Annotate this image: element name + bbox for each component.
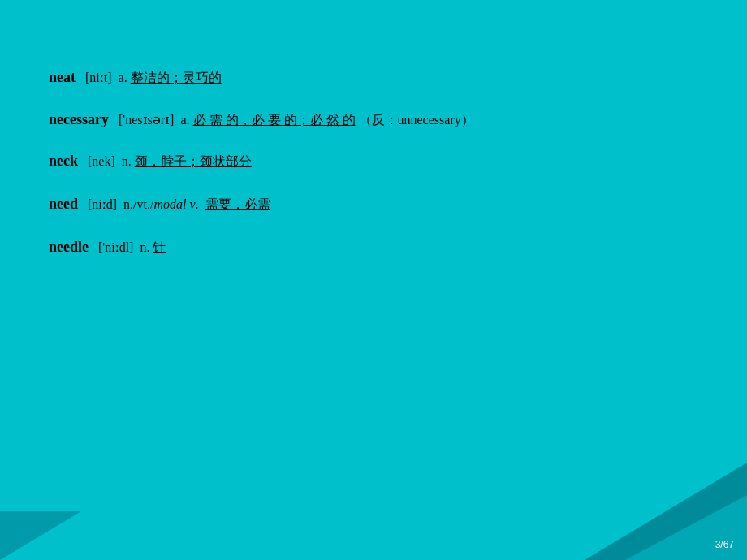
- pos-neck: n.: [122, 154, 132, 168]
- word-neat: neat: [49, 69, 76, 85]
- triangle-light: [625, 495, 747, 560]
- extra-necessary: （反：unnecessary）: [359, 113, 474, 127]
- word-needle: needle: [49, 239, 89, 255]
- phonetic-necessary: ['nesɪsərɪ]: [119, 113, 174, 127]
- definition-neat: 整洁的；灵巧的: [131, 71, 222, 84]
- definition-necessary: 必 需 的，必 要 的；必 然 的: [193, 113, 356, 127]
- pos-needle: n.: [140, 240, 149, 254]
- word-need: need: [49, 196, 78, 212]
- entry-neat: neat [niːt] a. 整洁的；灵巧的: [49, 65, 715, 90]
- entry-needle: needle ['niːdl] n. 针: [49, 235, 715, 260]
- pos-necessary: a.: [180, 113, 189, 127]
- phonetic-neck: [nek]: [88, 154, 115, 168]
- phonetic-neat: [niːt]: [85, 71, 112, 84]
- slide-background: neat [niːt] a. 整洁的；灵巧的 necessary ['nesɪs…: [0, 0, 747, 560]
- word-necessary: necessary: [49, 111, 109, 127]
- pos-need: n./vt./modal v.: [123, 197, 198, 211]
- word-neck: neck: [49, 153, 78, 169]
- entry-neck: neck [nek] n. 颈，脖子；颈状部分: [49, 149, 715, 174]
- phonetic-need: [niːd]: [88, 197, 117, 211]
- pos-neat: a.: [119, 71, 127, 84]
- phonetic-needle: ['niːdl]: [98, 240, 133, 254]
- content-area: neat [niːt] a. 整洁的；灵巧的 necessary ['nesɪs…: [49, 65, 715, 277]
- definition-needle: 针: [153, 240, 166, 254]
- definition-neck: 颈，脖子；颈状部分: [135, 154, 252, 168]
- triangle-left: [0, 511, 81, 560]
- entry-necessary: necessary ['nesɪsərɪ] a. 必 需 的，必 要 的；必 然…: [49, 108, 715, 131]
- page-indicator: 3/67: [715, 539, 734, 550]
- definition-need: 需要，必需: [205, 197, 270, 211]
- entry-need: need [niːd] n./vt./modal v. 需要，必需: [49, 192, 715, 217]
